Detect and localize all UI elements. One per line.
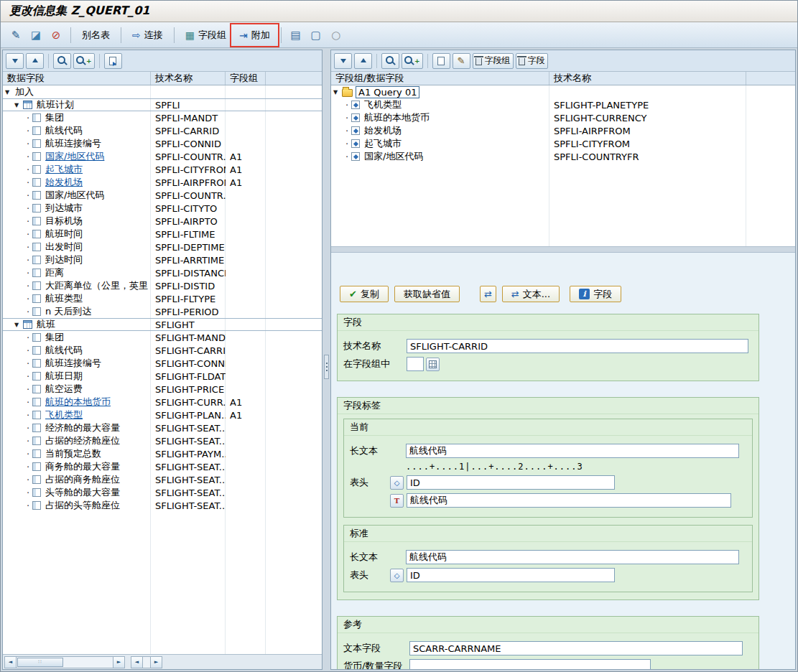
scroll-left-button[interactable]: ◄ bbox=[5, 657, 17, 668]
data-field-label[interactable]: 占据的商务舱座位 bbox=[44, 473, 121, 486]
data-field-label[interactable]: 到达城市 bbox=[44, 202, 84, 215]
get-default-button[interactable]: 获取缺省值 bbox=[394, 286, 460, 302]
data-field-row[interactable]: ·航班连接编号SPFLI-CONNID bbox=[3, 137, 322, 150]
data-field-row[interactable]: ·航空运费SFLIGHT-PRICE bbox=[3, 383, 322, 396]
data-field-label[interactable]: 航班时间 bbox=[44, 228, 84, 241]
query-field-label[interactable]: 国家/地区代码 bbox=[363, 150, 424, 163]
data-field-row[interactable]: ·国家/地区代码SPFLI-COUNTR...A1 bbox=[3, 150, 322, 163]
scroll-thumb[interactable]: ∷ bbox=[17, 658, 63, 667]
sort-ascending-button[interactable] bbox=[354, 53, 372, 69]
data-field-label[interactable]: 航班 bbox=[35, 318, 57, 331]
expander-icon[interactable]: ▼ bbox=[5, 89, 14, 95]
query-field-row[interactable]: ▼A1 Query 01 bbox=[331, 85, 795, 98]
data-field-row[interactable]: ·起飞城市SPFLI-CITYFROMA1 bbox=[3, 163, 322, 176]
data-field-label[interactable]: 起飞城市 bbox=[44, 163, 84, 176]
left-horizontal-scrollbar[interactable]: ◄ ∷ ► bbox=[4, 656, 125, 668]
field-group-assign-button[interactable] bbox=[426, 358, 440, 371]
column-header[interactable]: 技术名称 bbox=[151, 72, 226, 85]
data-field-label[interactable]: 距离 bbox=[44, 266, 65, 279]
text-field-input[interactable] bbox=[409, 641, 743, 655]
find-button[interactable] bbox=[381, 53, 399, 69]
data-field-label[interactable]: 飞机类型 bbox=[44, 409, 84, 421]
data-field-row[interactable]: ·到达时间SPFLI-ARRTIME bbox=[3, 253, 322, 266]
column-header[interactable]: 字段组/数据字段 bbox=[331, 72, 549, 85]
data-field-row[interactable]: ·航线代码SFLIGHT-CARRID bbox=[3, 344, 322, 357]
data-field-row[interactable]: ·当前预定总数SFLIGHT-PAYM... bbox=[3, 447, 322, 460]
expander-icon[interactable]: ▼ bbox=[333, 89, 342, 95]
query-field-label[interactable]: 航班的本地货币 bbox=[363, 111, 431, 124]
data-field-label[interactable]: 航班类型 bbox=[44, 292, 84, 305]
change-button[interactable]: ✎ bbox=[453, 53, 470, 69]
data-field-label[interactable]: 航空运费 bbox=[44, 383, 84, 396]
data-field-row[interactable]: ·距离SPFLI-DISTANCE bbox=[3, 266, 322, 279]
data-field-label[interactable]: 航班的本地货币 bbox=[44, 396, 112, 409]
current-header-line2-input[interactable] bbox=[407, 493, 731, 508]
query-field-row[interactable]: ·始发机场SPFLI-AIRPFROM bbox=[331, 124, 795, 137]
data-field-label[interactable]: 当前预定总数 bbox=[44, 447, 103, 460]
data-field-row[interactable]: ·航班类型SPFLI-FLTYPE bbox=[3, 292, 322, 305]
column-header[interactable]: 技术名称 bbox=[549, 72, 746, 85]
data-field-row[interactable]: ·经济舱的最大容量SFLIGHT-SEAT... bbox=[3, 421, 322, 434]
data-field-label[interactable]: n 天后到达 bbox=[44, 305, 93, 318]
data-field-row[interactable]: ·航班的本地货币SFLIGHT-CURR...A1 bbox=[3, 396, 322, 409]
data-field-label[interactable]: 航线代码 bbox=[44, 344, 84, 357]
other-object-button[interactable]: ◪ bbox=[27, 27, 45, 44]
standard-header-line1-input[interactable] bbox=[407, 568, 615, 582]
data-field-label[interactable]: 占据的经济舱座位 bbox=[44, 434, 121, 447]
query-field-row[interactable]: ·飞机类型SFLIGHT-PLANETYPE bbox=[331, 98, 795, 111]
data-field-row[interactable]: ·集团SFLIGHT-MANDT bbox=[3, 331, 322, 344]
data-field-label[interactable]: 加入 bbox=[14, 85, 35, 98]
data-field-row[interactable]: ·航班时间SPFLI-FLTIME bbox=[3, 228, 322, 241]
find-button[interactable] bbox=[53, 53, 71, 69]
scroll-track[interactable] bbox=[143, 657, 150, 668]
expander-icon[interactable]: ▼ bbox=[14, 102, 23, 108]
alias-table-button[interactable]: 别名表 bbox=[76, 27, 116, 44]
data-field-row[interactable]: ·占据的经济舱座位SFLIGHT-SEAT... bbox=[3, 434, 322, 447]
sort-descending-button[interactable] bbox=[334, 53, 352, 69]
query-field-label[interactable]: 始发机场 bbox=[363, 124, 403, 137]
query-field-row[interactable]: ·国家/地区代码SPFLI-COUNTRYFR bbox=[331, 150, 795, 163]
data-field-label[interactable]: 集团 bbox=[44, 111, 65, 124]
data-field-label[interactable]: 航班日期 bbox=[44, 370, 84, 383]
data-field-row[interactable]: ·始发机场SPFLI-AIRPFROMA1 bbox=[3, 176, 322, 189]
data-field-label[interactable]: 经济舱的最大容量 bbox=[44, 421, 121, 434]
join-button[interactable]: ⇨连接 bbox=[126, 27, 169, 44]
horizontal-splitter[interactable] bbox=[331, 246, 795, 253]
cancel-button[interactable]: ⊘ bbox=[47, 27, 65, 44]
data-field-row[interactable]: ·头等舱的最大容量SFLIGHT-SEAT... bbox=[3, 486, 322, 499]
splitter-grip[interactable] bbox=[324, 355, 329, 379]
field-group-button[interactable]: ▦字段组 bbox=[180, 27, 232, 44]
data-field-row[interactable]: ·占据的头等舱座位SFLIGHT-SEAT... bbox=[3, 499, 322, 512]
data-field-row[interactable]: ·航班连接编号SFLIGHT-CONNID bbox=[3, 357, 322, 370]
delete-field-group-button[interactable]: 字段组 bbox=[473, 53, 514, 69]
data-field-label[interactable]: 国家/地区代码 bbox=[44, 150, 106, 163]
header-proposal-button[interactable]: ◇ bbox=[390, 476, 404, 490]
find-next-button[interactable]: + bbox=[73, 53, 95, 69]
create-button[interactable] bbox=[432, 53, 450, 69]
data-field-row[interactable]: ·国家/地区代码SPFLI-COUNTR... bbox=[3, 189, 322, 202]
data-field-row[interactable]: ·占据的商务舱座位SFLIGHT-SEAT... bbox=[3, 473, 322, 486]
data-field-row[interactable]: ·n 天后到达SPFLI-PERIOD bbox=[3, 305, 322, 318]
currency-field-input[interactable] bbox=[409, 659, 651, 669]
data-field-label[interactable]: 航班连接编号 bbox=[44, 137, 103, 150]
data-field-row[interactable]: ·商务舱的最大容量SFLIGHT-SEAT... bbox=[3, 460, 322, 473]
find-next-button[interactable]: + bbox=[402, 53, 423, 69]
data-field-label[interactable]: 大距离单位（公里，英里 bbox=[44, 279, 149, 292]
data-field-row[interactable]: ·集团SPFLI-MANDT bbox=[3, 111, 322, 124]
query-field-label[interactable]: A1 Query 01 bbox=[356, 86, 419, 98]
append-button[interactable]: ⇥附加 bbox=[233, 27, 276, 44]
column-header[interactable]: 字段组 bbox=[226, 72, 266, 85]
delete-field-button[interactable]: 字段 bbox=[516, 53, 548, 69]
data-field-row[interactable]: ·飞机类型SFLIGHT-PLAN...A1 bbox=[3, 409, 322, 421]
scroll-track[interactable]: ∷ bbox=[17, 657, 113, 668]
current-header-line1-input[interactable] bbox=[407, 475, 615, 490]
data-field-label[interactable]: 商务舱的最大容量 bbox=[44, 460, 121, 473]
data-field-row[interactable]: ·大距离单位（公里，英里SPFLI-DISTID bbox=[3, 279, 322, 292]
data-field-row[interactable]: ·出发时间SPFLI-DEPTIME bbox=[3, 241, 322, 253]
data-field-label[interactable]: 航班连接编号 bbox=[44, 357, 103, 370]
data-field-row[interactable]: ▼加入 bbox=[3, 85, 322, 98]
sort-descending-button[interactable] bbox=[6, 53, 24, 69]
data-field-row[interactable]: ·目标机场SPFLI-AIRPTO bbox=[3, 215, 322, 228]
status-button[interactable]: ○ bbox=[327, 27, 345, 44]
scroll-right-button[interactable]: ► bbox=[113, 657, 124, 668]
